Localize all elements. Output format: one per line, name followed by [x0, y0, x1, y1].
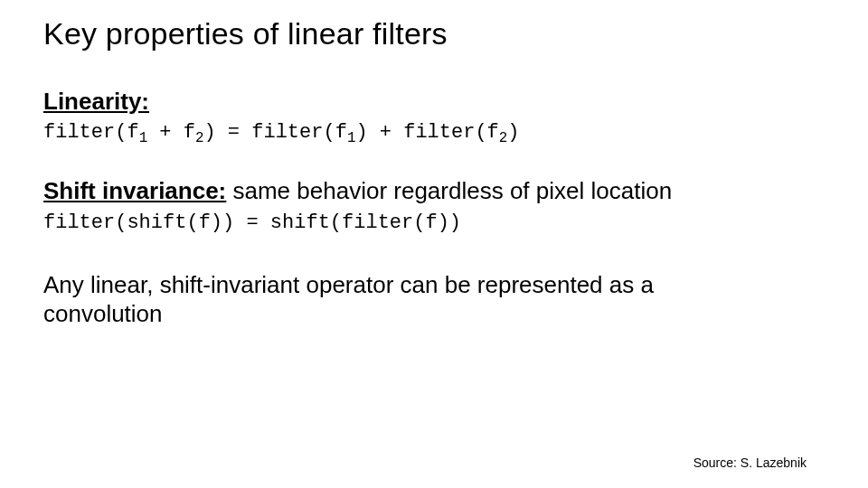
body-shift: same behavior regardless of pixel locati…: [226, 177, 672, 204]
source-attribution: Source: S. Lazebnik: [693, 455, 807, 470]
conclusion-text: Any linear, shift-invariant operator can…: [43, 270, 676, 329]
heading-shift: Shift invariance:: [43, 177, 226, 204]
section-conclusion: Any linear, shift-invariant operator can…: [43, 270, 825, 329]
heading-linearity: Linearity:: [43, 88, 149, 115]
shift-line: Shift invariance: same behavior regardle…: [43, 176, 676, 206]
code-linearity: filter(f1 + f2) = filter(f1) + filter(f2…: [43, 121, 825, 144]
section-linearity: Linearity: filter(f1 + f2) = filter(f1) …: [43, 88, 825, 144]
slide-title: Key properties of linear filters: [43, 16, 825, 52]
code-shift: filter(shift(f)) = shift(filter(f)): [43, 211, 825, 234]
section-shift-invariance: Shift invariance: same behavior regardle…: [43, 176, 825, 234]
slide: Key properties of linear filters Lineari…: [0, 0, 868, 488]
